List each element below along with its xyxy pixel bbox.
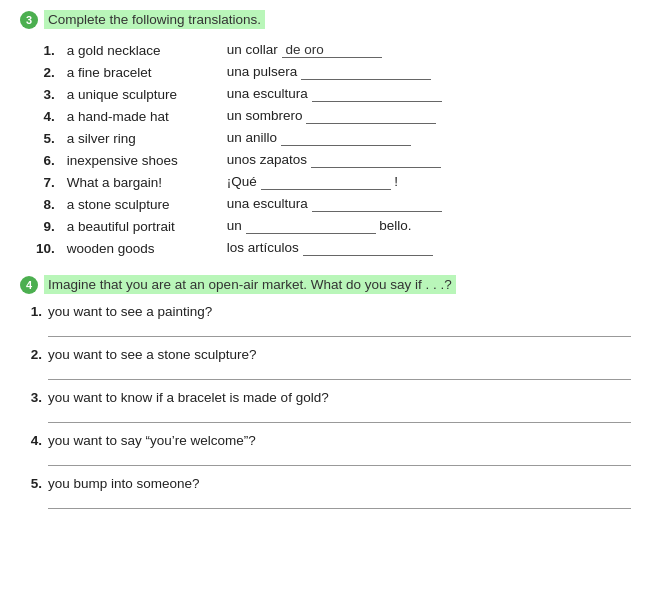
spanish-prefix: un anillo xyxy=(227,130,281,145)
english-text: a stone sculpture xyxy=(61,193,221,215)
open-question-block: 1.you want to see a painting? xyxy=(20,304,634,337)
translation-row: 3.a unique sculptureuna escultura xyxy=(30,83,644,105)
spanish-prefix: un collar xyxy=(227,42,282,57)
open-question-block: 2.you want to see a stone sculpture? xyxy=(20,347,634,380)
answer-underline xyxy=(281,130,411,146)
english-text: inexpensive shoes xyxy=(61,149,221,171)
spanish-text: los artículos xyxy=(221,237,644,259)
answer-underline xyxy=(246,218,376,234)
answer-line[interactable] xyxy=(48,493,631,509)
question-text: you bump into someone? xyxy=(48,476,200,491)
spanish-prefix: una pulsera xyxy=(227,64,301,79)
english-text: a gold necklace xyxy=(61,39,221,61)
question-text: you want to see a painting? xyxy=(48,304,212,319)
suffix-text: ! xyxy=(394,174,398,189)
english-text: a beautiful portrait xyxy=(61,215,221,237)
translation-row: 6.inexpensive shoesunos zapatos xyxy=(30,149,644,171)
section3: 3 Complete the following translations. 1… xyxy=(20,10,634,259)
spanish-prefix: una escultura xyxy=(227,86,312,101)
section4-title: Imagine that you are at an open-air mark… xyxy=(44,275,456,294)
answer-underline xyxy=(261,174,391,190)
row-number: 5. xyxy=(30,127,61,149)
english-text: wooden goods xyxy=(61,237,221,259)
answer-underline: de oro xyxy=(282,42,382,58)
spanish-prefix: un sombrero xyxy=(227,108,307,123)
answer-underline xyxy=(312,86,442,102)
open-questions-container: 1.you want to see a painting?2.you want … xyxy=(20,304,634,509)
question-row: 4.you want to say “you’re welcome”? xyxy=(20,433,634,448)
spanish-text: una escultura xyxy=(221,83,644,105)
open-question-block: 4.you want to say “you’re welcome”? xyxy=(20,433,634,466)
answer-underline xyxy=(312,196,442,212)
translation-table: 1.a gold necklaceun collar de oro2.a fin… xyxy=(30,39,644,259)
section4: 4 Imagine that you are at an open-air ma… xyxy=(20,275,634,509)
question-row: 2.you want to see a stone sculpture? xyxy=(20,347,634,362)
answer-line[interactable] xyxy=(48,364,631,380)
english-text: a fine bracelet xyxy=(61,61,221,83)
english-text: a silver ring xyxy=(61,127,221,149)
section4-title-text: Imagine that you are at an open-air mark… xyxy=(48,277,444,292)
question-text: you want to see a stone sculpture? xyxy=(48,347,257,362)
question-row: 1.you want to see a painting? xyxy=(20,304,634,319)
english-text: What a bargain! xyxy=(61,171,221,193)
question-number: 4. xyxy=(20,433,42,448)
row-number: 1. xyxy=(30,39,61,61)
answer-line[interactable] xyxy=(48,407,631,423)
question-number: 1. xyxy=(20,304,42,319)
question-number: 3. xyxy=(20,390,42,405)
answer-line[interactable] xyxy=(48,450,631,466)
answer-underline xyxy=(311,152,441,168)
question-text: you want to say “you’re welcome”? xyxy=(48,433,256,448)
open-question-block: 3.you want to know if a bracelet is made… xyxy=(20,390,634,423)
spanish-prefix: un xyxy=(227,218,246,233)
row-number: 3. xyxy=(30,83,61,105)
translation-row: 8.a stone sculptureuna escultura xyxy=(30,193,644,215)
section4-header: 4 Imagine that you are at an open-air ma… xyxy=(20,275,634,294)
translation-row: 7.What a bargain!¡Qué ! xyxy=(30,171,644,193)
translation-row: 1.a gold necklaceun collar de oro xyxy=(30,39,644,61)
spanish-text: un bello. xyxy=(221,215,644,237)
spanish-text: una pulsera xyxy=(221,61,644,83)
spanish-text: un sombrero xyxy=(221,105,644,127)
english-text: a hand-made hat xyxy=(61,105,221,127)
answer-underline xyxy=(303,240,433,256)
row-number: 6. xyxy=(30,149,61,171)
section4-number: 4 xyxy=(20,276,38,294)
question-row: 5.you bump into someone? xyxy=(20,476,634,491)
spanish-text: ¡Qué ! xyxy=(221,171,644,193)
answer-filled-text: de oro xyxy=(286,42,324,57)
answer-underline xyxy=(306,108,436,124)
section4-title-suffix: ? xyxy=(444,277,452,292)
translation-row: 4.a hand-made hatun sombrero xyxy=(30,105,644,127)
row-number: 2. xyxy=(30,61,61,83)
translation-row: 9.a beautiful portraitun bello. xyxy=(30,215,644,237)
section3-title: Complete the following translations. xyxy=(44,10,265,29)
english-text: a unique sculpture xyxy=(61,83,221,105)
translation-row: 5.a silver ringun anillo xyxy=(30,127,644,149)
spanish-text: un anillo xyxy=(221,127,644,149)
question-number: 5. xyxy=(20,476,42,491)
open-question-block: 5.you bump into someone? xyxy=(20,476,634,509)
row-number: 10. xyxy=(30,237,61,259)
question-row: 3.you want to know if a bracelet is made… xyxy=(20,390,634,405)
translation-row: 2.a fine braceletuna pulsera xyxy=(30,61,644,83)
row-number: 7. xyxy=(30,171,61,193)
spanish-prefix: los artículos xyxy=(227,240,303,255)
spanish-text: un collar de oro xyxy=(221,39,644,61)
row-number: 4. xyxy=(30,105,61,127)
translation-row: 10.wooden goodslos artículos xyxy=(30,237,644,259)
row-number: 8. xyxy=(30,193,61,215)
section3-number: 3 xyxy=(20,11,38,29)
question-number: 2. xyxy=(20,347,42,362)
spanish-prefix: ¡Qué xyxy=(227,174,261,189)
spanish-text: unos zapatos xyxy=(221,149,644,171)
spanish-text: una escultura xyxy=(221,193,644,215)
spanish-prefix: una escultura xyxy=(227,196,312,211)
answer-line[interactable] xyxy=(48,321,631,337)
row-number: 9. xyxy=(30,215,61,237)
section3-header: 3 Complete the following translations. xyxy=(20,10,634,29)
answer-underline xyxy=(301,64,431,80)
spanish-prefix: unos zapatos xyxy=(227,152,311,167)
suffix-text: bello. xyxy=(379,218,411,233)
question-text: you want to know if a bracelet is made o… xyxy=(48,390,329,405)
